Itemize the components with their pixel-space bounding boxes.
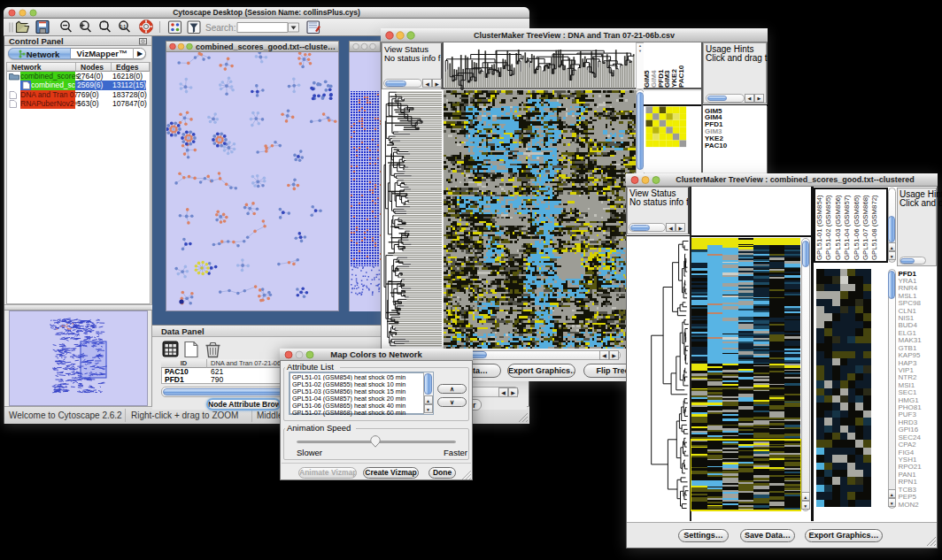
svg-text:MON2: MON2: [899, 501, 920, 509]
